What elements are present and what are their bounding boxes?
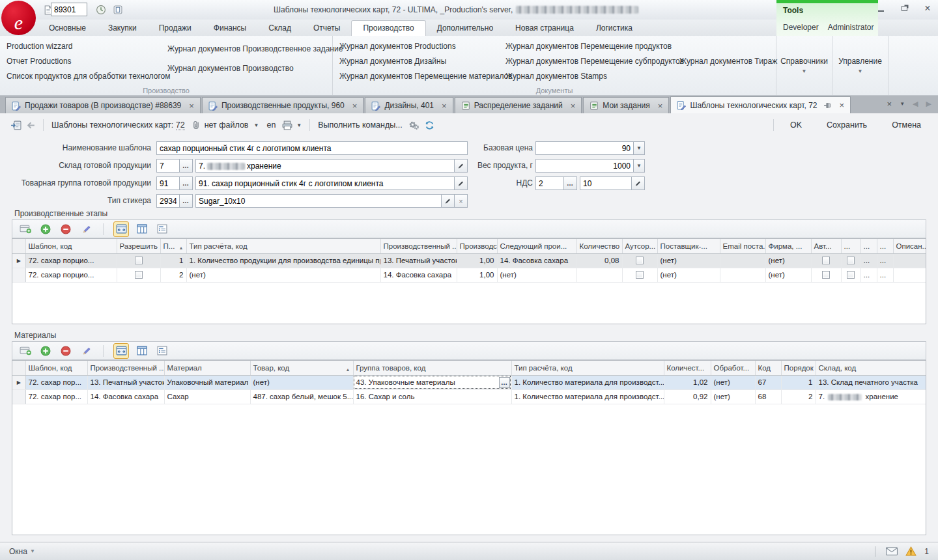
delete-row-button[interactable]	[59, 222, 73, 236]
checkbox[interactable]	[847, 257, 855, 264]
doc-tab[interactable]: Производственные продукты, 960×	[202, 97, 364, 113]
cell[interactable]: 1,00	[457, 253, 497, 268]
cell[interactable]: 1,02	[664, 375, 711, 389]
clipboard-icon[interactable]	[111, 3, 125, 17]
doc-tab[interactable]: Продажи товаров (В производстве) #88639×	[5, 97, 201, 113]
close-tab-button[interactable]: ×	[839, 101, 844, 109]
column-header[interactable]: Количест...	[664, 361, 711, 375]
cell[interactable]: (нет)	[657, 253, 720, 268]
template-name-input[interactable]	[157, 142, 467, 154]
cell[interactable]	[811, 253, 841, 268]
ribbon-menu-spravochniki[interactable]: Справочники ▼	[776, 36, 832, 95]
cancel-button[interactable]: Отмена	[892, 120, 921, 130]
edit-row-button[interactable]	[79, 344, 93, 358]
chevron-down-icon[interactable]: ▼	[633, 160, 644, 172]
files-label[interactable]: нет файлов	[205, 120, 249, 130]
column-header[interactable]: Тип расчёта, код	[511, 361, 664, 375]
delete-row-button[interactable]	[59, 344, 73, 358]
column-header[interactable]: ...	[841, 239, 860, 253]
cell[interactable]: 13. Склад печатного участка	[816, 375, 926, 389]
cell[interactable]: (нет)	[711, 375, 755, 389]
cell[interactable]: 13. Печатный участок	[380, 253, 457, 268]
column-header[interactable]: Фирма, ...	[765, 239, 811, 253]
column-header[interactable]: Шаблон, код	[25, 239, 117, 253]
close-all-tabs-button[interactable]: ×	[887, 99, 892, 109]
column-header[interactable]: Код	[755, 361, 781, 375]
best-fit-columns-button[interactable]	[113, 221, 129, 237]
lookup-ellipsis-button[interactable]: …	[179, 177, 192, 189]
paperclip-icon[interactable]	[189, 117, 205, 133]
doc-tab[interactable]: Шаблоны технологических карт, 72×	[670, 96, 851, 113]
column-chooser-button[interactable]	[135, 344, 149, 358]
edit-pencil-button[interactable]	[441, 195, 454, 207]
cell[interactable]: 72. сахар порцио...	[25, 253, 117, 268]
vat-code-input[interactable]	[536, 177, 563, 189]
cell[interactable]	[720, 253, 765, 268]
vat-code-field[interactable]: …	[535, 176, 577, 190]
cell[interactable]: ...	[877, 268, 893, 282]
ribbon-item[interactable]: Журнал документов Productions	[339, 39, 513, 54]
cell[interactable]: 14. Фасовка сахара	[497, 253, 576, 268]
scroll-tabs-right-button[interactable]: ▶	[926, 100, 931, 108]
close-tab-button[interactable]: ×	[442, 102, 447, 110]
cell[interactable]: 1. Количество продукции для производства…	[186, 253, 380, 268]
menu-tab-отчеты[interactable]: Отчеты	[302, 21, 351, 36]
table-row[interactable]: ▶72. сахар пор...13. Печатный участокУпа…	[12, 375, 926, 389]
cell[interactable]: ...	[877, 253, 893, 268]
checkbox[interactable]	[822, 271, 830, 279]
menu-tab-дополнительно[interactable]: Дополнительно	[426, 21, 504, 36]
gears-icon[interactable]	[406, 117, 422, 133]
table-row[interactable]: 72. сахар пор...14. Фасовка сахараСахар4…	[12, 389, 926, 404]
scroll-tabs-left-button[interactable]: ◀	[913, 100, 918, 108]
ribbon-menu-upravlenie[interactable]: Управление ▼	[832, 36, 888, 95]
cell[interactable]: 0,92	[664, 389, 711, 404]
column-header[interactable]: Шаблон, код	[25, 361, 87, 375]
product-group-code-input[interactable]	[157, 177, 179, 189]
column-header[interactable]: Материал	[164, 361, 250, 375]
column-header[interactable]: Склад, код	[816, 361, 926, 375]
record-code-link[interactable]: 72	[176, 120, 185, 130]
clear-x-button[interactable]: ×	[454, 195, 467, 207]
cell[interactable]	[720, 268, 765, 282]
cell[interactable]: (нет)	[497, 268, 576, 282]
warehouse-display-field[interactable]: 7.хранение	[195, 159, 468, 173]
restore-button[interactable]	[899, 4, 909, 13]
back-arrow-icon[interactable]	[23, 117, 39, 133]
cell[interactable]: ...	[860, 268, 877, 282]
cell[interactable]: 2	[781, 389, 816, 404]
cell[interactable]	[117, 268, 160, 282]
minimize-button[interactable]	[875, 4, 886, 13]
column-chooser-button[interactable]	[135, 222, 149, 236]
cell[interactable]: ...	[860, 253, 877, 268]
app-logo[interactable]: e	[1, 1, 36, 35]
ellipsis-button[interactable]: …	[499, 377, 510, 388]
column-header[interactable]: Порядок	[781, 361, 816, 375]
weight-field[interactable]: 1000 ▼	[535, 159, 645, 173]
lookup-ellipsis-button[interactable]: …	[179, 195, 192, 207]
cell[interactable]: (нет)	[186, 268, 380, 282]
vat-display-field[interactable]: 10	[580, 176, 645, 190]
tools-tab-administrator[interactable]: Administrator	[828, 23, 874, 32]
save-button[interactable]: Сохранить	[827, 120, 867, 130]
cell[interactable]: 1	[160, 253, 186, 268]
windows-menu-button[interactable]: Окна ▼	[9, 547, 35, 556]
table-row[interactable]: 72. сахар порцио...2(нет)14. Фасовка сах…	[12, 268, 926, 282]
ribbon-item[interactable]: Журнал документов Производственное задан…	[167, 39, 343, 59]
checkbox[interactable]	[636, 271, 644, 279]
doc-tab[interactable]: Мои задания×	[583, 97, 669, 113]
ribbon-item[interactable]: Журнал документов Дизайны	[339, 54, 513, 69]
cell[interactable]	[893, 253, 926, 268]
cell[interactable]: 14. Фасовка сахара	[380, 268, 457, 282]
ribbon-item[interactable]: Журнал документов Тираж	[679, 54, 777, 69]
cell[interactable]	[622, 253, 657, 268]
menu-tab-финансы[interactable]: Финансы	[203, 21, 257, 36]
cell[interactable]: 43. Упаковочные материалы…	[353, 375, 511, 389]
lookup-ellipsis-button[interactable]: …	[179, 160, 192, 172]
cell[interactable]: (нет)	[250, 375, 353, 389]
ribbon-item[interactable]: Журнал документов Stamps	[505, 69, 684, 84]
menu-tab-склад[interactable]: Склад	[257, 21, 302, 36]
ribbon-item[interactable]: Журнал документов Перемещение продуктов	[505, 39, 684, 54]
tools-tab-developer[interactable]: Developer	[783, 23, 819, 32]
cell[interactable]: 72. сахар пор...	[25, 375, 87, 389]
cell[interactable]: 72. сахар порцио...	[25, 268, 117, 282]
